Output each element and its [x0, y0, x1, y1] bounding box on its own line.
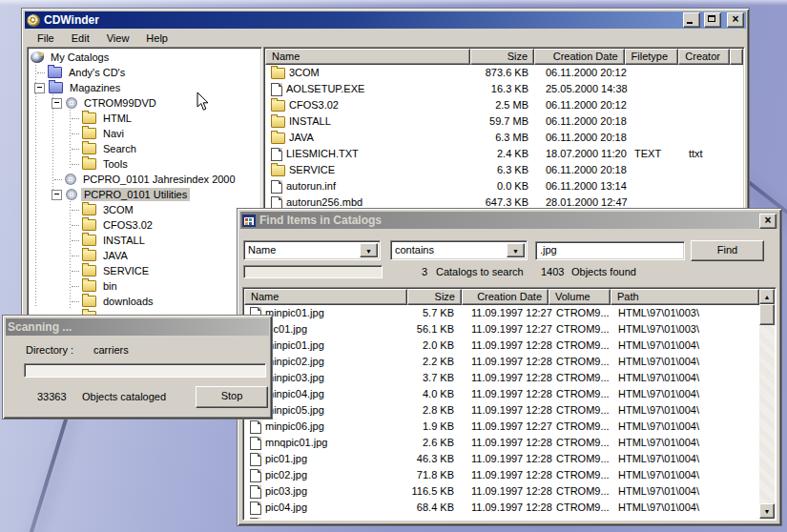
find-button[interactable]: Find — [691, 240, 764, 261]
find-result-row[interactable]: mnqpic01.jpg2.6 KB11.09.1997 12:28CTROM9… — [244, 435, 759, 451]
found-label: Objects found — [571, 266, 636, 277]
table-row[interactable]: SERVICE6.3 KB06.11.2000 20:18 — [265, 162, 743, 178]
find-result-row[interactable]: pic02.jpg71.8 KB11.09.1997 12:28CTROM9..… — [244, 467, 759, 483]
chevron-down-icon[interactable]: ▼ — [360, 243, 378, 257]
cd-icon — [65, 174, 76, 185]
tree-item-andy-s-cd-s[interactable]: Andy's CD's — [30, 65, 259, 80]
result-path: HTML\97\01\003\ — [611, 321, 759, 338]
tree-item-tools[interactable]: Tools — [30, 156, 259, 172]
find-result-row[interactable]: minpic03.jpg3.7 KB11.09.1997 12:28CTROM9… — [244, 370, 759, 386]
table-row[interactable]: AOLSETUP.EXE16.3 KB25.05.2000 14:38 — [265, 81, 743, 97]
tree-item-magazines[interactable]: Magazines — [30, 80, 259, 95]
file-date: 06.11.2000 13:14 — [536, 178, 627, 194]
find-column-header-creation-date[interactable]: Creation Date — [462, 289, 549, 305]
field-dropdown[interactable]: Name ▼ — [243, 240, 381, 260]
find-result-row[interactable]: pic01.jpg46.3 KB11.09.1997 12:28CTROM9..… — [244, 451, 759, 467]
column-header-creator[interactable]: Creator — [678, 49, 730, 65]
menu-item-help[interactable]: Help — [137, 31, 176, 46]
minimize-button[interactable] — [683, 12, 700, 28]
stop-button[interactable]: Stop — [196, 386, 268, 408]
file-name: INSTALL — [289, 113, 331, 130]
tree-item-install[interactable]: INSTALL — [30, 233, 259, 248]
scroll-up-icon[interactable]: ▲ — [759, 289, 775, 304]
column-header-filetype[interactable]: Filetype — [625, 49, 679, 65]
maximize-button[interactable] — [704, 12, 721, 28]
tree-item-pcpro-0101-jahresindex-2000[interactable]: PCPRO_0101 Jahresindex 2000 — [30, 172, 259, 187]
table-row[interactable]: autorun.inf0.0 KB06.11.2000 13:14 — [265, 178, 743, 194]
catalogs-icon — [31, 51, 44, 63]
result-size: 2.2 KB — [407, 354, 462, 370]
tree-item-ctrom99dvd[interactable]: CTROM99DVD — [30, 95, 259, 111]
tree-item-navi[interactable]: Navi — [30, 126, 259, 141]
find-result-row[interactable]: minpic06.jpg1.9 KB11.09.1997 12:27CTROM9… — [244, 419, 759, 435]
table-row[interactable]: CFOS3.022.5 MB06.11.2000 20:12 — [265, 97, 743, 113]
scrollbar[interactable]: ▲ ▼ — [759, 289, 775, 519]
result-size: 4.0 KB — [407, 386, 462, 402]
file-size: 6.3 KB — [471, 162, 536, 178]
result-path: HTML\97\01\004\ — [611, 500, 759, 516]
operator-dropdown[interactable]: contains ▼ — [390, 240, 528, 260]
tree-item-downloads[interactable]: downloads — [30, 294, 259, 309]
find-column-header-size[interactable]: Size — [407, 289, 462, 305]
result-date: 11.09.1997 12:28 — [462, 435, 549, 451]
tree-expander-collapse[interactable] — [52, 190, 62, 200]
file-name-cell: autorun.inf — [265, 178, 471, 194]
find-column-header-path[interactable]: Path — [611, 289, 759, 305]
menu-item-file[interactable]: File — [29, 31, 63, 46]
find-result-row[interactable]: minpic02.jpg2.2 KB11.09.1997 12:28CTROM9… — [244, 354, 759, 370]
result-date: 11.09.1997 12:27 — [462, 321, 549, 338]
find-result-row[interactable]: minpic04.jpg4.0 KB11.09.1997 12:28CTROM9… — [244, 386, 759, 402]
tree-expander-collapse[interactable] — [52, 98, 62, 109]
search-input[interactable]: .jpg — [535, 241, 685, 260]
tree-item-html[interactable]: HTML — [30, 111, 259, 126]
result-volume: CTROM9... — [549, 402, 611, 419]
file-creator — [681, 178, 733, 194]
result-size: 71.8 KB — [407, 467, 462, 483]
tree-expander-collapse[interactable] — [34, 83, 45, 93]
find-column-header-name[interactable]: Name — [244, 289, 407, 305]
find-result-row[interactable]: pic05.jpg70.9 KB11.09.1997 12:27CTROM9..… — [244, 516, 759, 519]
tree-item-search[interactable]: Search — [30, 141, 259, 156]
tree-item-my-catalogs[interactable]: My Catalogs — [30, 50, 259, 65]
result-name: pic01.jpg — [265, 451, 307, 467]
find-result-row[interactable]: minpic05.jpg2.8 KB11.09.1997 12:28CTROM9… — [244, 402, 759, 419]
table-row[interactable]: JAVA6.3 MB06.11.2000 20:18 — [265, 130, 743, 146]
find-result-row[interactable]: minpic01.jpg2.0 KB11.09.1997 12:28CTROM9… — [244, 338, 759, 354]
result-size: 46.3 KB — [407, 451, 462, 467]
column-header-size[interactable]: Size — [470, 49, 535, 65]
table-row[interactable]: INSTALL59.7 MB06.11.2000 20:18 — [265, 113, 743, 130]
scrollbar-thumb[interactable] — [759, 304, 775, 325]
file-date: 06.11.2000 20:18 — [536, 130, 627, 146]
find-column-header-volume[interactable]: Volume — [549, 289, 611, 305]
find-close-button[interactable]: × — [759, 214, 777, 229]
table-row[interactable]: 3COM873.6 KB06.11.2000 20:12 — [265, 65, 743, 81]
find-result-row[interactable]: pic04.jpg68.4 KB11.09.1997 12:28CTROM9..… — [244, 500, 759, 516]
chevron-down-icon[interactable]: ▼ — [507, 243, 525, 257]
tree-item-service[interactable]: SERVICE — [30, 263, 259, 278]
tree-item-3com[interactable]: 3COM — [30, 202, 259, 217]
tree-item-java[interactable]: JAVA — [30, 248, 259, 263]
result-date: 11.09.1997 12:27 — [462, 305, 549, 321]
find-result-row[interactable]: pic01.jpg56.1 KB11.09.1997 12:27CTROM9..… — [244, 321, 759, 338]
column-header-creation-date[interactable]: Creation Date — [534, 49, 624, 65]
tree-item-pcpro-0101-utilities[interactable]: PCPRO_0101 Utilities — [30, 187, 259, 202]
catalogs-count: 3 — [422, 266, 427, 277]
table-row[interactable]: LIESMICH.TXT2.4 KB18.07.2000 11:20TEXTtt… — [265, 146, 743, 162]
tree-item-cfos3-02[interactable]: CFOS3.02 — [30, 217, 259, 233]
file-name-cell: AOLSETUP.EXE — [265, 81, 471, 97]
find-dialog: Find Items in Catalogs × Name ▼ contains… — [237, 208, 782, 526]
close-button[interactable]: × — [727, 12, 744, 28]
find-result-row[interactable]: pic03.jpg116.5 KB11.09.1997 12:28CTROM9.… — [244, 483, 759, 500]
scroll-down-icon[interactable]: ▼ — [759, 503, 775, 519]
desktop-highlight-band — [0, 0, 787, 6]
doc-icon — [250, 501, 261, 515]
main-title-bar[interactable]: CDWinder × — [25, 11, 746, 29]
folder-icon — [271, 133, 285, 144]
column-header-name[interactable]: Name — [265, 49, 470, 65]
find-result-row[interactable]: minpic01.jpg5.7 KB11.09.1997 12:27CTROM9… — [244, 305, 759, 321]
scanning-title-bar[interactable]: Scanning ... — [6, 318, 269, 336]
menu-item-view[interactable]: View — [98, 31, 138, 46]
menu-item-edit[interactable]: Edit — [63, 31, 98, 46]
tree-item-bin[interactable]: bin — [30, 278, 259, 294]
find-title-bar[interactable]: Find Items in Catalogs — [240, 212, 778, 229]
